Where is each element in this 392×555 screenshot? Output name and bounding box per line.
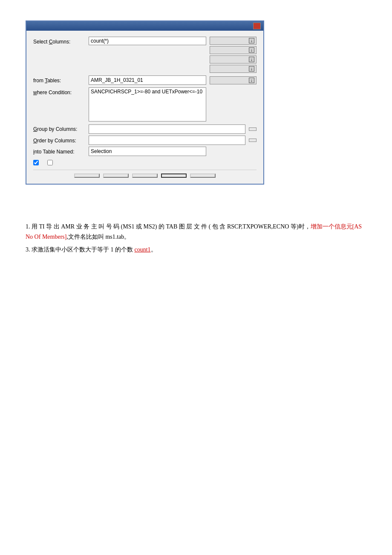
into-table-label: into Table Named: bbox=[33, 147, 89, 156]
group-by-row: Group by Columns: bbox=[33, 124, 257, 133]
dialog-titlebar bbox=[26, 21, 263, 31]
tables-arrow: ↓ bbox=[249, 38, 254, 43]
order-by-label: Order by Columns: bbox=[33, 136, 89, 145]
select-columns-input[interactable] bbox=[89, 37, 206, 45]
aggregate-arrow: ↓ bbox=[249, 66, 254, 72]
cancel-button[interactable] bbox=[103, 173, 129, 178]
template-buttons bbox=[249, 127, 257, 131]
columns-button[interactable]: ↓ bbox=[210, 46, 257, 54]
find-results-checkbox[interactable] bbox=[47, 160, 53, 165]
order-by-input[interactable] bbox=[89, 136, 245, 145]
operators-button[interactable]: ↓ bbox=[210, 55, 257, 64]
step3-count1: count1 bbox=[135, 246, 151, 253]
columns-arrow: ↓ bbox=[249, 47, 254, 53]
step3-heading-line: 3. 求激活集中小区个数大于等于 1 的个数 count1。 bbox=[26, 245, 366, 255]
where-condition-row: where Condition: SANCPICHRSCP_1>=-80 and… bbox=[33, 87, 257, 121]
browse-results-row bbox=[33, 160, 257, 165]
verify-button[interactable] bbox=[161, 173, 187, 178]
dialog-wrapper: Select Columns: ↓ ↓ bbox=[26, 20, 366, 185]
functions-button[interactable]: ↓ bbox=[210, 76, 257, 84]
tables-button[interactable]: ↓ bbox=[210, 37, 257, 45]
into-table-input[interactable] bbox=[89, 147, 206, 156]
clear-button[interactable] bbox=[132, 173, 158, 178]
where-condition-label: where Condition: bbox=[33, 87, 89, 97]
browse-results-checkbox[interactable] bbox=[33, 160, 39, 165]
group-by-input[interactable] bbox=[89, 124, 245, 134]
from-tables-input[interactable] bbox=[89, 75, 206, 85]
select-columns-label: Select Columns: bbox=[33, 37, 89, 46]
order-by-row: Order by Columns: bbox=[33, 136, 257, 145]
browse-results-checkbox-label[interactable] bbox=[33, 160, 40, 165]
into-table-row: into Table Named: bbox=[33, 147, 257, 156]
load-template-button[interactable] bbox=[249, 139, 257, 142]
aggregate-button[interactable]: ↓ bbox=[210, 65, 257, 73]
operators-arrow: ↓ bbox=[249, 57, 254, 62]
where-condition-textarea[interactable]: SANCPICHRSCP_1>=-80 and UETxPower<=-10 bbox=[89, 87, 206, 121]
from-tables-label: from Tables: bbox=[33, 75, 89, 85]
save-template-button[interactable] bbox=[249, 127, 257, 131]
step1-highlight: 增加一个信息元[AS No Of Members] bbox=[26, 223, 362, 240]
select-columns-row: Select Columns: ↓ ↓ bbox=[33, 37, 257, 73]
from-tables-row: from Tables: ↓ bbox=[33, 75, 257, 85]
group-by-label: Group by Columns: bbox=[33, 124, 89, 133]
ok-button[interactable] bbox=[74, 173, 100, 178]
dialog-close-button[interactable] bbox=[253, 23, 261, 29]
dialog-action-buttons bbox=[33, 170, 257, 179]
find-results-checkbox-label[interactable] bbox=[47, 160, 55, 165]
step1-line: 1. 用 TI 导 出 AMR 业 务 主 叫 号 码 (MS1 或 MS2) … bbox=[26, 222, 366, 242]
help-button[interactable] bbox=[190, 173, 216, 178]
functions-arrow: ↓ bbox=[249, 78, 254, 83]
right-panel-functions: ↓ bbox=[210, 76, 257, 84]
sql-select-dialog: Select Columns: ↓ ↓ bbox=[26, 20, 264, 185]
right-panel: ↓ ↓ ↓ ↓ bbox=[210, 37, 257, 73]
template-buttons-2 bbox=[249, 139, 257, 142]
dialog-body: Select Columns: ↓ ↓ bbox=[26, 31, 263, 184]
